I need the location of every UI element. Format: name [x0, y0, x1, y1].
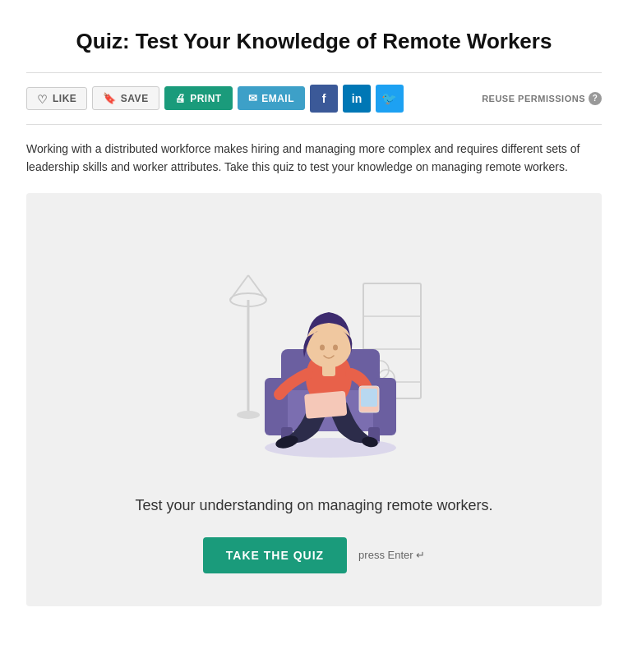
take-quiz-button[interactable]: TAKE THE QUIZ	[203, 537, 347, 573]
svg-line-3	[248, 275, 266, 300]
like-button[interactable]: LIKE	[26, 87, 87, 110]
quiz-illustration	[43, 218, 585, 481]
svg-rect-29	[322, 364, 335, 376]
svg-point-27	[320, 344, 325, 350]
svg-point-26	[306, 322, 352, 368]
bookmark-icon: 🔖	[103, 92, 117, 104]
quiz-subtitle: Test your understanding on managing remo…	[135, 497, 492, 514]
svg-rect-24	[361, 389, 377, 407]
svg-line-2	[230, 275, 248, 300]
article-description: Working with a distributed workforce mak…	[26, 125, 602, 193]
reuse-permissions-label: REUSE PERMISSIONS	[482, 94, 585, 104]
facebook-icon: f	[322, 92, 326, 105]
email-icon: ✉	[248, 92, 258, 104]
linkedin-share-button[interactable]: in	[343, 85, 371, 113]
email-button[interactable]: ✉ EMAIL	[238, 86, 305, 110]
quiz-cta-row: TAKE THE QUIZ press Enter ↵	[203, 537, 425, 573]
save-button[interactable]: 🔖 SAVE	[92, 86, 159, 110]
svg-point-28	[333, 344, 338, 350]
twitter-icon: 🐦	[381, 91, 397, 106]
help-icon: ?	[589, 92, 602, 105]
press-enter-hint: press Enter ↵	[358, 549, 425, 561]
print-button[interactable]: 🖨 PRINT	[164, 86, 233, 110]
svg-rect-25	[304, 390, 347, 418]
print-icon: 🖨	[175, 92, 187, 104]
page-title: Quiz: Test Your Knowledge of Remote Work…	[26, 20, 602, 73]
svg-point-4	[237, 411, 260, 419]
article-toolbar: LIKE 🔖 SAVE 🖨 PRINT ✉ EMAIL f in 🐦 REUSE…	[26, 73, 602, 125]
reuse-permissions-link[interactable]: REUSE PERMISSIONS ?	[482, 92, 602, 105]
quiz-card: Test your understanding on managing remo…	[26, 193, 602, 606]
facebook-share-button[interactable]: f	[310, 85, 338, 113]
twitter-share-button[interactable]: 🐦	[376, 85, 404, 113]
linkedin-icon: in	[352, 92, 362, 105]
heart-icon	[37, 93, 48, 104]
